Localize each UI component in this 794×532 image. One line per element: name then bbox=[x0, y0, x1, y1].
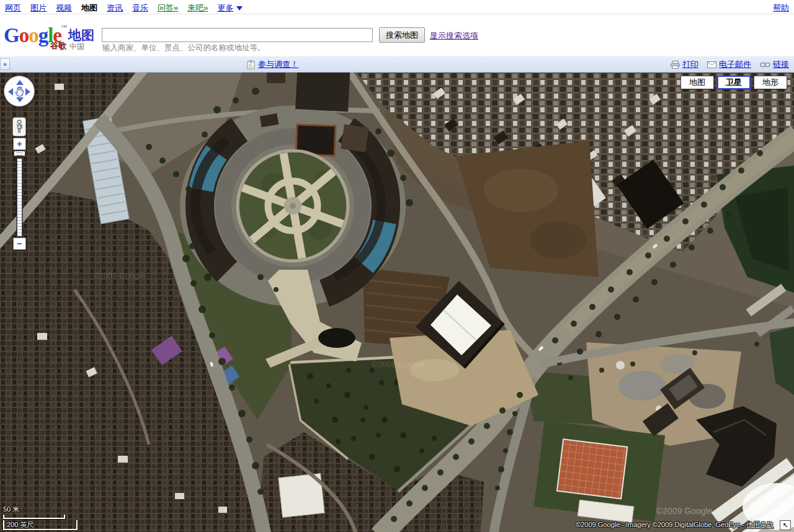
map-viewport: ©2009 Google ©2009 Google ©2009 Google +… bbox=[0, 73, 794, 532]
pan-left-arrow-icon[interactable] bbox=[8, 88, 13, 95]
map-copyright: ©2009 Google - Imagery ©2009 DigitalGlob… bbox=[576, 520, 774, 530]
nav-web[interactable]: 网页 bbox=[5, 2, 21, 14]
nav-maps-current: 地图 bbox=[81, 2, 97, 14]
map-watermark: ©2009 Google bbox=[93, 271, 145, 280]
map-watermark: ©2009 Google bbox=[656, 506, 713, 516]
scale-meters-label: 50 米 bbox=[3, 505, 78, 514]
nav-qa[interactable]: 问答» bbox=[158, 2, 178, 14]
scale-feet-label: 200 英尺 bbox=[7, 521, 33, 528]
pan-down-arrow-icon[interactable] bbox=[16, 97, 24, 102]
pan-up-arrow-icon[interactable] bbox=[16, 80, 24, 85]
nav-help[interactable]: 帮助 bbox=[773, 2, 789, 14]
map-type-terrain-button[interactable]: 地形 bbox=[754, 76, 787, 89]
pan-control[interactable] bbox=[4, 76, 35, 107]
print-tool: 打印 bbox=[671, 59, 698, 70]
print-link[interactable]: 打印 bbox=[682, 59, 698, 70]
logo-letter: G bbox=[4, 24, 19, 47]
top-nav: 网页 图片 视频 地图 资讯 音乐 问答» 来吧» 更多 帮助 bbox=[0, 0, 794, 14]
nav-music[interactable]: 音乐 bbox=[132, 2, 148, 14]
logo-tm: ™ bbox=[61, 24, 67, 30]
printer-icon bbox=[671, 61, 680, 69]
logo-letter: o bbox=[29, 24, 38, 47]
map-toolbar: » 参与调查！ 打印 电子邮件 bbox=[0, 56, 794, 73]
map-type-switcher: 地图 卫星 地形 bbox=[680, 76, 787, 89]
scale-feet-bar: 200 英尺 bbox=[3, 520, 78, 530]
map-type-satellite-button[interactable]: 卫星 bbox=[717, 76, 751, 89]
show-search-options-link[interactable]: 显示搜索选项 bbox=[430, 30, 478, 42]
copyright-text: ©2009 Google - Imagery ©2009 DigitalGlob… bbox=[576, 521, 746, 528]
link-tool: 链接 bbox=[760, 59, 789, 70]
zoom-slider-track[interactable] bbox=[17, 158, 22, 237]
zoom-out-button[interactable]: − bbox=[13, 237, 26, 250]
nav-laiba[interactable]: 来吧» bbox=[187, 2, 208, 14]
scale-bar: 50 米 200 英尺 bbox=[3, 505, 78, 530]
hand-icon[interactable] bbox=[15, 86, 24, 97]
logo-cn-name: 谷歌 bbox=[50, 40, 66, 51]
pegman-control[interactable] bbox=[12, 117, 26, 136]
pan-right-arrow-icon[interactable] bbox=[25, 88, 30, 95]
clipboard-icon bbox=[247, 60, 255, 69]
chain-link-icon bbox=[760, 62, 770, 68]
pegman-icon[interactable] bbox=[16, 120, 23, 135]
header: Google™ 谷歌 地图 中国 搜索地图 显示搜索选项 输入商家、单位、景点、… bbox=[0, 14, 794, 56]
toolbar-right: 打印 电子邮件 链接 bbox=[671, 59, 789, 70]
collapse-corner-button[interactable]: ↖ bbox=[780, 520, 791, 530]
logo-letter: o bbox=[19, 24, 29, 47]
nav-images[interactable]: 图片 bbox=[30, 2, 47, 14]
get-link-link[interactable]: 链接 bbox=[773, 59, 789, 70]
map-watermark: ©2009 Google bbox=[372, 360, 424, 369]
expand-sidebar-button[interactable]: » bbox=[0, 58, 10, 70]
nav-news[interactable]: 资讯 bbox=[107, 2, 123, 14]
email-tool: 电子邮件 bbox=[707, 59, 751, 70]
terms-of-use-link[interactable]: 使用条款 bbox=[746, 521, 774, 528]
zoom-slider-handle[interactable] bbox=[14, 151, 25, 156]
search-hint-text: 输入商家、单位、景点、公司的名称或地址等。 bbox=[102, 43, 265, 53]
search-input[interactable] bbox=[102, 28, 373, 42]
survey-link[interactable]: 参与调查！ bbox=[258, 59, 298, 70]
nav-video[interactable]: 视频 bbox=[56, 2, 72, 14]
nav-more[interactable]: 更多 bbox=[217, 2, 243, 14]
logo-region: 中国 bbox=[69, 42, 84, 52]
envelope-icon bbox=[707, 61, 716, 68]
nav-more-label[interactable]: 更多 bbox=[217, 2, 233, 14]
scale-meters-bar bbox=[3, 515, 65, 519]
email-link[interactable]: 电子邮件 bbox=[719, 59, 751, 70]
zoom-in-button[interactable]: + bbox=[13, 138, 26, 150]
logo-letter: g bbox=[38, 24, 48, 47]
satellite-map-canvas[interactable]: ©2009 Google ©2009 Google ©2009 Google bbox=[0, 73, 794, 532]
more-dropdown-arrow-icon[interactable] bbox=[236, 6, 243, 11]
map-type-map-button[interactable]: 地图 bbox=[680, 76, 714, 89]
search-maps-button[interactable]: 搜索地图 bbox=[379, 27, 425, 43]
survey-area: 参与调查！ bbox=[247, 59, 298, 70]
